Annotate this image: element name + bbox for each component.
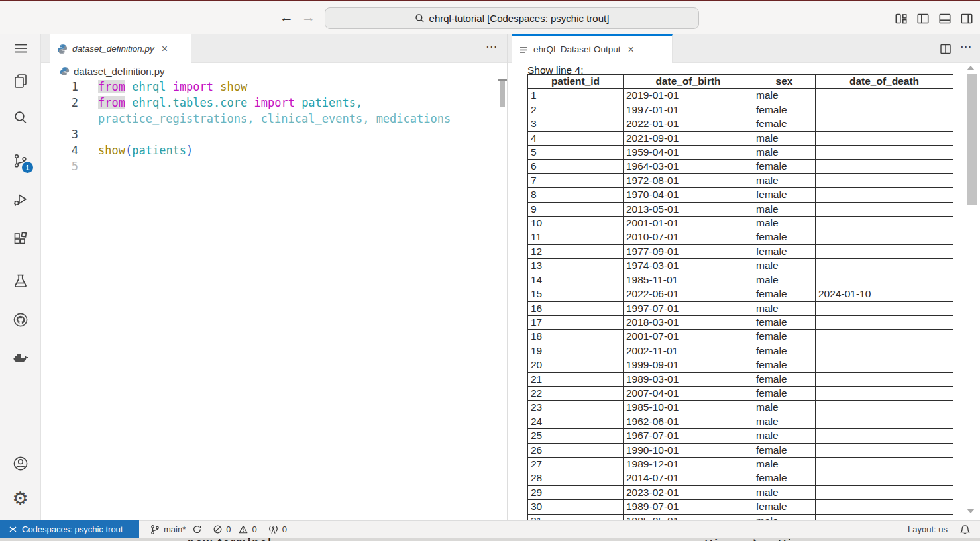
table-cell bbox=[816, 344, 953, 358]
table-cell: 2001-01-01 bbox=[624, 217, 753, 230]
table-cell: 2023-02-01 bbox=[624, 485, 753, 499]
forward-arrow-icon[interactable]: → bbox=[301, 9, 315, 25]
table-cell: 2022-01-01 bbox=[624, 117, 753, 131]
table-cell: male bbox=[753, 131, 816, 145]
extensions-icon[interactable] bbox=[0, 231, 40, 248]
table-cell bbox=[816, 217, 953, 230]
python-file-icon bbox=[60, 66, 70, 76]
panel-content: Show line 4: patient_iddate_of_birthsexd… bbox=[508, 63, 980, 520]
source-control-icon[interactable] bbox=[0, 152, 40, 170]
table-body: 12019-01-01male21997-01-01female32022-01… bbox=[528, 89, 953, 520]
table-cell: male bbox=[753, 415, 816, 428]
panel-scrollbar-thumb[interactable] bbox=[967, 74, 977, 205]
github-icon[interactable] bbox=[0, 311, 40, 328]
panel-more-actions-icon[interactable]: ⋯ bbox=[960, 40, 972, 54]
table-row: 261990-10-01female bbox=[528, 443, 953, 457]
problems-status[interactable]: 0 0 bbox=[213, 524, 256, 534]
close-tab-icon[interactable]: × bbox=[162, 44, 168, 54]
table-cell: 1959-04-01 bbox=[624, 146, 753, 160]
table-cell: 4 bbox=[528, 131, 624, 145]
table-cell: 30 bbox=[528, 500, 624, 514]
table-cell: 1997-01-01 bbox=[624, 103, 753, 117]
table-cell bbox=[816, 358, 953, 372]
code-editor[interactable]: 1from ehrql import show2from ehrql.table… bbox=[41, 79, 507, 520]
table-cell: male bbox=[753, 401, 816, 415]
table-cell: 7 bbox=[528, 173, 624, 187]
table-row: 301989-07-01female bbox=[528, 500, 953, 514]
branch-status[interactable]: main* bbox=[150, 524, 202, 535]
docker-icon[interactable] bbox=[0, 350, 40, 368]
accounts-icon[interactable] bbox=[0, 455, 40, 472]
breadcrumb[interactable]: dataset_definition.py bbox=[41, 63, 507, 79]
toggle-panel-icon[interactable] bbox=[938, 11, 952, 26]
table-cell bbox=[816, 386, 953, 400]
customize-layout-icon[interactable] bbox=[894, 11, 908, 26]
run-debug-icon[interactable] bbox=[0, 191, 40, 209]
remote-icon bbox=[8, 524, 18, 534]
radio-tower-icon bbox=[268, 524, 279, 535]
settings-gear-icon[interactable]: ⚙ bbox=[0, 490, 40, 507]
table-cell bbox=[816, 500, 953, 514]
table-cell: male bbox=[753, 514, 816, 520]
tab-dataset-definition[interactable]: dataset_definition.py × bbox=[50, 34, 191, 63]
split-editor-icon[interactable] bbox=[939, 42, 952, 56]
code-line: practice_registrations, clinical_events,… bbox=[41, 111, 507, 126]
table-cell: male bbox=[753, 301, 816, 315]
table-cell: 1989-07-01 bbox=[624, 500, 753, 514]
search-icon bbox=[415, 13, 425, 23]
table-row: 81970-04-01female bbox=[528, 188, 953, 202]
table-cell: 24 bbox=[528, 415, 624, 428]
python-file-icon bbox=[57, 44, 68, 54]
table-cell: female bbox=[753, 358, 816, 372]
table-cell: 6 bbox=[528, 160, 624, 173]
menu-icon[interactable] bbox=[0, 43, 40, 54]
line-number: 1 bbox=[41, 79, 78, 95]
table-cell: female bbox=[753, 471, 816, 485]
layout-indicator[interactable]: Layout: us bbox=[908, 524, 948, 534]
table-cell: male bbox=[753, 89, 816, 103]
table-cell: 27 bbox=[528, 457, 624, 471]
table-cell: 2001-07-01 bbox=[624, 330, 753, 344]
column-header: patient_id bbox=[528, 75, 624, 89]
table-cell: male bbox=[753, 146, 816, 160]
table-row: 251967-07-01male bbox=[528, 429, 953, 443]
line-number: 4 bbox=[41, 142, 78, 158]
scrollbar-up-arrow-icon[interactable] bbox=[967, 66, 975, 70]
source-control-badge: 1 bbox=[22, 162, 33, 173]
command-center[interactable]: ehrql-tutorial [Codespaces: psychic trou… bbox=[325, 7, 699, 29]
search-sidebar-icon[interactable] bbox=[0, 109, 40, 126]
table-cell bbox=[816, 230, 953, 244]
table-cell: female bbox=[753, 230, 816, 244]
table-row: 282014-07-01female bbox=[528, 471, 953, 485]
scrollbar-down-arrow-icon[interactable] bbox=[967, 509, 975, 513]
table-cell: 1989-12-01 bbox=[624, 457, 753, 471]
explorer-icon[interactable] bbox=[0, 72, 40, 89]
bell-icon[interactable] bbox=[959, 524, 971, 536]
breadcrumb-filename: dataset_definition.py bbox=[74, 66, 165, 77]
table-cell: female bbox=[753, 372, 816, 386]
remote-indicator[interactable]: Codespaces: psychic trout bbox=[0, 520, 139, 538]
ports-status[interactable]: 0 bbox=[268, 524, 287, 535]
clipped-background-window: new terminal settings ⇄ settings bbox=[0, 538, 980, 541]
table-row: 182001-07-01female bbox=[528, 330, 953, 344]
tab-ehrql-dataset-output[interactable]: ehrQL Dataset Output × bbox=[512, 34, 673, 63]
table-cell: 2014-07-01 bbox=[624, 471, 753, 485]
table-row: 12019-01-01male bbox=[528, 89, 953, 103]
table-cell: female bbox=[753, 188, 816, 202]
status-bar: Codespaces: psychic trout main* bbox=[0, 520, 980, 538]
table-cell: male bbox=[753, 202, 816, 216]
close-tab-icon[interactable]: × bbox=[628, 45, 634, 54]
table-cell: female bbox=[753, 315, 816, 329]
toggle-primary-sidebar-icon[interactable] bbox=[916, 11, 930, 26]
table-cell bbox=[816, 131, 953, 145]
table-cell: 23 bbox=[528, 401, 624, 415]
table-cell: male bbox=[753, 485, 816, 499]
clipped-text-left: new terminal bbox=[188, 538, 272, 541]
editor-more-actions-icon[interactable]: ⋯ bbox=[486, 40, 498, 54]
table-cell: male bbox=[753, 457, 816, 471]
editor-scrollbar-thumb[interactable] bbox=[500, 81, 505, 107]
table-row: 211989-03-01female bbox=[528, 372, 953, 386]
testing-flask-icon[interactable] bbox=[0, 273, 40, 290]
back-arrow-icon[interactable]: ← bbox=[280, 9, 294, 25]
toggle-secondary-sidebar-icon[interactable] bbox=[959, 11, 974, 26]
